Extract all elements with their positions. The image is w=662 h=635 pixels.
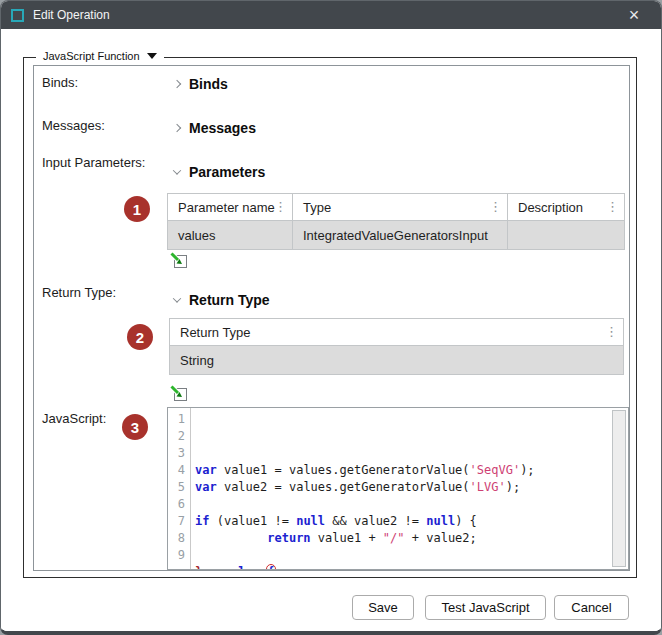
binds-section-title: Binds (189, 76, 228, 92)
code-line[interactable] (195, 496, 610, 513)
messages-label: Messages: (42, 118, 105, 133)
javascript-code-editor[interactable]: 123456789 var value1 = values.getGenerat… (167, 407, 629, 570)
chevron-right-icon (173, 124, 181, 132)
editor-code[interactable]: var value1 = values.getGeneratorValue('S… (191, 408, 628, 569)
line-number: 1 (168, 411, 190, 428)
chevron-down-icon (147, 53, 157, 59)
table-row: values IntegratedValueGeneratorsInput (168, 221, 625, 250)
cell-type[interactable]: IntegratedValueGeneratorsInput (293, 221, 508, 250)
step-badge-3: 3 (122, 414, 148, 440)
code-line[interactable]: } else { (195, 564, 610, 569)
code-line[interactable] (195, 547, 610, 564)
dialog-body: JavaScript Function Binds: Binds Message… (1, 29, 661, 631)
groupbox-label: JavaScript Function (43, 50, 140, 62)
window-title: Edit Operation (33, 8, 110, 22)
column-header-type[interactable]: Type ⋮ (293, 194, 508, 221)
line-number: 2 (168, 428, 190, 445)
line-number: 5 (168, 479, 190, 496)
step-badge-2: 2 (127, 324, 153, 350)
column-menu-icon[interactable]: ⋮ (606, 202, 619, 212)
chevron-down-icon (173, 166, 181, 174)
code-line[interactable]: var value1 = values.getGeneratorValue('S… (195, 462, 610, 479)
parameters-section-toggle[interactable]: Parameters (174, 164, 265, 180)
parameters-section-title: Parameters (189, 164, 265, 180)
titlebar[interactable]: Edit Operation × (1, 1, 661, 29)
step-badge-1: 1 (124, 196, 150, 222)
column-menu-icon[interactable]: ⋮ (274, 202, 287, 212)
edit-operation-dialog: Edit Operation × JavaScript Function Bin… (0, 0, 662, 635)
save-button[interactable]: Save (352, 595, 414, 620)
javascript-function-groupbox: JavaScript Function Binds: Binds Message… (23, 57, 637, 578)
line-number: 4 (168, 462, 190, 479)
line-number: 7 (168, 513, 190, 530)
column-menu-icon[interactable]: ⋮ (605, 327, 618, 337)
line-number: 3 (168, 445, 190, 462)
code-line[interactable]: var value2 = values.getGeneratorValue('L… (195, 479, 610, 496)
form-panel: Binds: Binds Messages: Messages Input Pa… (33, 65, 630, 571)
return-type-label: Return Type: (42, 285, 116, 300)
add-row-icon[interactable] (170, 252, 188, 269)
editor-gutter: 123456789 (168, 408, 191, 569)
line-number: 9 (168, 547, 190, 564)
column-header-parameter-name[interactable]: Parameter name ⋮ (168, 194, 293, 221)
cell-parameter-name[interactable]: values (168, 221, 293, 250)
parameters-header-row: Parameter name ⋮ Type ⋮ Description ⋮ (168, 194, 625, 221)
test-javascript-button[interactable]: Test JavaScript (425, 595, 546, 620)
cell-return-type[interactable]: String (170, 346, 624, 375)
return-type-header-row: Return Type ⋮ (170, 319, 624, 346)
input-parameters-label: Input Parameters: (42, 155, 145, 170)
cell-description[interactable] (508, 221, 625, 250)
editor-scrollbar[interactable] (612, 410, 626, 567)
binds-section-toggle[interactable]: Binds (174, 76, 228, 92)
table-row: String (170, 346, 624, 375)
line-number: 8 (168, 530, 190, 547)
code-line[interactable]: if (value1 != null && value2 != null) { (195, 513, 610, 530)
chevron-down-icon (173, 294, 181, 302)
javascript-label: JavaScript: (42, 411, 106, 426)
column-header-return-type[interactable]: Return Type ⋮ (170, 319, 624, 346)
groupbox-dropdown[interactable]: JavaScript Function (36, 50, 164, 62)
binds-label: Binds: (42, 75, 78, 90)
add-row-icon[interactable] (170, 385, 188, 402)
column-menu-icon[interactable]: ⋮ (489, 202, 502, 212)
cancel-button[interactable]: Cancel (554, 595, 629, 620)
app-icon (11, 9, 24, 22)
return-type-section-toggle[interactable]: Return Type (174, 292, 270, 308)
return-type-table: Return Type ⋮ String (169, 318, 624, 375)
parameters-table: Parameter name ⋮ Type ⋮ Description ⋮ (167, 193, 625, 250)
messages-section-title: Messages (189, 120, 256, 136)
messages-section-toggle[interactable]: Messages (174, 120, 256, 136)
column-header-description[interactable]: Description ⋮ (508, 194, 625, 221)
chevron-right-icon (173, 80, 181, 88)
code-line[interactable]: return value1 + "/" + value2; (195, 530, 610, 547)
return-type-section-title: Return Type (189, 292, 270, 308)
line-number: 6 (168, 496, 190, 513)
close-icon[interactable]: × (617, 1, 651, 29)
